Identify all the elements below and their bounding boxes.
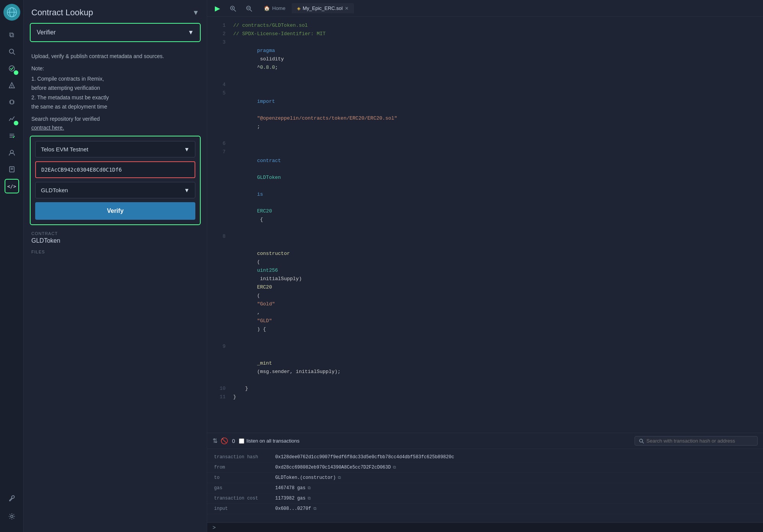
copy-from-icon[interactable]: ⧉: [393, 465, 396, 470]
tx-row-gas: gas 1467478 gas ⧉: [207, 483, 763, 493]
tx-table: transaction hash 0x128dee0762d1cc9007f9e…: [207, 449, 763, 522]
svg-point-5: [9, 66, 15, 71]
note-item-4: the same as at deployment time: [31, 102, 199, 111]
block-icon[interactable]: 🚫: [221, 437, 228, 444]
sidebar-icon-debug[interactable]: [5, 95, 19, 109]
svg-line-27: [250, 10, 252, 11]
contract-section-name: GLDToken: [31, 237, 199, 244]
tx-input-label: input: [214, 506, 275, 511]
code-line-5: 5 import "@openzeppelin/contracts/token/…: [207, 89, 763, 140]
verifier-label: Verifier: [37, 29, 56, 36]
sidebar-icon-search[interactable]: [5, 44, 19, 59]
network-select[interactable]: Telos EVM Testnet ▼: [35, 141, 195, 157]
zoom-in-button[interactable]: [226, 3, 239, 13]
home-icon: 🏠: [264, 5, 270, 11]
editor-toolbar: ▶ 🏠 Home ◈ My_Epic_ERC.sol ✕: [207, 0, 763, 17]
svg-point-3: [9, 49, 13, 54]
sidebar-icon-settings[interactable]: [5, 509, 19, 524]
code-line-7: 7 contract GLDToken is ERC20 {: [207, 148, 763, 232]
search-tx-input[interactable]: [646, 438, 753, 444]
close-tab-button[interactable]: ✕: [345, 6, 349, 11]
note-item-1: 1. Compile contracts in Remix,: [31, 75, 199, 83]
note-item-3: 2. The metadata must be exactly: [31, 93, 199, 102]
tab-home-label: Home: [272, 5, 286, 11]
code-line-11: 11 }: [207, 393, 763, 401]
tx-count: 0: [232, 438, 235, 444]
sidebar-icon-code[interactable]: </>: [5, 179, 19, 193]
tab-home[interactable]: 🏠 Home: [258, 3, 291, 13]
prompt-symbol: >: [213, 524, 216, 530]
sidebar-icon-verify[interactable]: [5, 61, 19, 76]
icon-sidebar: ⧉ </>: [0, 0, 24, 532]
note-item-2: before attempting verification: [31, 84, 199, 92]
files-section-label: FILES: [31, 250, 199, 254]
tab-sol-file[interactable]: ◈ My_Epic_ERC.sol ✕: [292, 3, 354, 13]
tx-cost-value: 1173982 gas ⧉: [275, 496, 756, 501]
tx-cost-label: transaction cost: [214, 496, 275, 501]
search-tx-icon: [639, 438, 644, 444]
sidebar-bottom: [5, 491, 19, 532]
app-logo[interactable]: [3, 4, 20, 21]
tx-from-label: from: [214, 465, 275, 470]
copy-gas-icon[interactable]: ⧉: [308, 486, 311, 490]
network-chevron: ▼: [184, 146, 190, 152]
sidebar-icon-wrench[interactable]: [5, 491, 19, 505]
bottom-toolbar: ⇅ 🚫 0 listen on all transactions: [207, 433, 763, 449]
sidebar-icon-checklist[interactable]: [5, 128, 19, 143]
contract-select[interactable]: GLDToken ▼: [35, 182, 195, 198]
contract-select-chevron: ▼: [184, 187, 190, 193]
main-area: ▶ 🏠 Home ◈ My_Epic_ERC.sol ✕ 1 // contra…: [207, 0, 763, 532]
tx-hash-value: 0x128dee0762d1cc9007f9edf6f8dc33d5e0cfbb…: [275, 454, 756, 460]
tx-to-value: GLDToken.(constructor) ⧉: [275, 475, 756, 480]
chart-badge: [14, 121, 18, 125]
svg-point-17: [10, 150, 13, 153]
verifier-dropdown[interactable]: Verifier ▼: [30, 23, 201, 42]
verifier-section: Verifier ▼: [30, 23, 201, 42]
tx-row-from: from 0xd28cc698082eb970c14390A8Ce5cc7D2F…: [207, 462, 763, 473]
tx-row-input: input 0x608...0270f ⧉: [207, 504, 763, 514]
search-repo-text: Search repository for verified contract …: [31, 115, 199, 132]
address-input[interactable]: [35, 161, 195, 178]
copy-input-icon[interactable]: ⧉: [313, 506, 317, 511]
code-editor[interactable]: 1 // contracts/GLDToken.sol 2 // SPDX-Li…: [207, 17, 763, 433]
tx-row-tx-cost: transaction cost 1173982 gas ⧉: [207, 493, 763, 504]
note-title: Note:: [31, 64, 199, 73]
collapse-icon[interactable]: ⇅: [213, 437, 218, 444]
tab-bar: 🏠 Home ◈ My_Epic_ERC.sol ✕: [258, 3, 354, 13]
svg-point-29: [640, 439, 643, 442]
listen-label: listen on all transactions: [239, 438, 300, 444]
sidebar-icon-user[interactable]: [5, 145, 19, 160]
svg-point-21: [11, 515, 13, 517]
copy-to-icon[interactable]: ⧉: [338, 475, 341, 480]
toolbar-icons: ⇅ 🚫: [213, 437, 228, 444]
sidebar-icon-book[interactable]: [5, 162, 19, 177]
play-button[interactable]: ▶: [212, 3, 223, 14]
left-panel: Contract Lookup ▼ Verifier ▼ Upload, ver…: [24, 0, 207, 532]
form-section: Telos EVM Testnet ▼ GLDToken ▼ Verify: [30, 136, 201, 225]
code-line-9: 9 _mint (msg.sender, initialSupply);: [207, 342, 763, 384]
code-line-8: 8 constructor ( uint256 initialSupply) E…: [207, 232, 763, 342]
tx-row-to: to GLDToken.(constructor) ⧉: [207, 473, 763, 483]
code-line-10: 10 }: [207, 384, 763, 393]
code-line-3: 3 pragma solidity ^0.8.0;: [207, 38, 763, 80]
tx-input-value: 0x608...0270f ⧉: [275, 506, 756, 511]
code-line-1: 1 // contracts/GLDToken.sol: [207, 21, 763, 30]
verify-button[interactable]: Verify: [35, 202, 195, 220]
sidebar-icon-deploy[interactable]: [5, 78, 19, 92]
listen-checkbox[interactable]: [239, 438, 244, 444]
sidebar-icon-copy[interactable]: ⧉: [5, 28, 19, 42]
zoom-out-button[interactable]: [242, 3, 255, 13]
svg-rect-9: [10, 100, 13, 104]
desc-line1: Upload, verify & publish contract: [31, 53, 108, 59]
copy-cost-icon[interactable]: ⧉: [308, 496, 311, 501]
desc-line2: metadata and sources.: [110, 53, 164, 59]
tx-gas-label: gas: [214, 485, 275, 491]
tx-gas-value: 1467478 gas ⧉: [275, 485, 756, 491]
contract-lookup-header[interactable]: Contract Lookup ▼: [24, 0, 207, 23]
network-value: Telos EVM Testnet: [41, 146, 88, 152]
contract-info: CONTRACT GLDToken FILES: [24, 225, 207, 260]
contract-here-link[interactable]: contract here.: [31, 125, 64, 131]
sidebar-icon-chart[interactable]: [5, 112, 19, 126]
contract-lookup-title: Contract Lookup: [31, 8, 93, 18]
tx-from-value: 0xd28cc698082eb970c14390A8Ce5cc7D2F2cD06…: [275, 465, 756, 470]
